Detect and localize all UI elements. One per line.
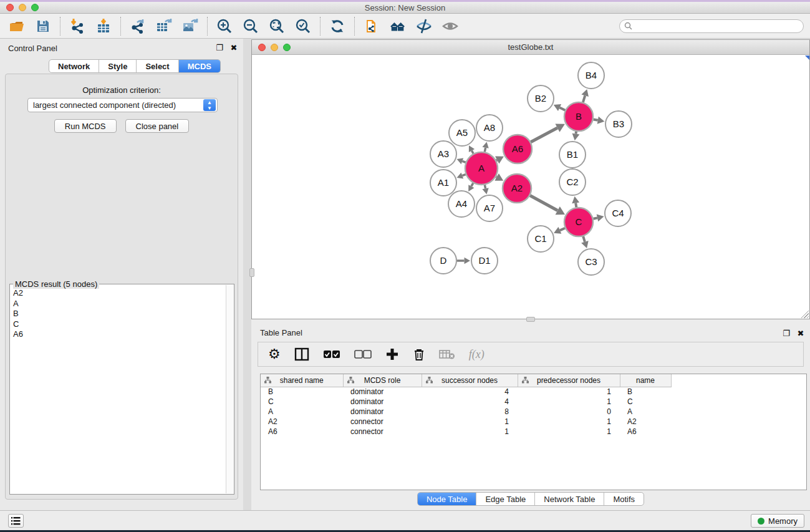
float-table-panel-icon[interactable]: ❐ bbox=[782, 329, 791, 338]
tab-network[interactable]: Network bbox=[49, 60, 99, 72]
graph-edge-B-B2[interactable] bbox=[560, 108, 566, 110]
graph-node-A5[interactable]: A5 bbox=[449, 120, 475, 146]
memory-button[interactable]: Memory bbox=[751, 514, 804, 528]
graph-node-C[interactable]: C bbox=[564, 208, 593, 236]
criterion-dropdown[interactable]: largest connected component (directed) ▲… bbox=[27, 98, 218, 112]
graph-node-A7[interactable]: A7 bbox=[476, 195, 503, 221]
column-header-shared-name[interactable]: shared name bbox=[261, 374, 343, 387]
graph-node-C4[interactable]: C4 bbox=[605, 200, 631, 226]
graph-node-D[interactable]: D bbox=[430, 248, 456, 274]
mcds-result-item[interactable]: B bbox=[13, 309, 226, 319]
graph-edge-A-A7[interactable] bbox=[485, 185, 485, 188]
column-header-name[interactable]: name bbox=[620, 374, 671, 387]
close-table-panel-icon[interactable]: ✖ bbox=[796, 329, 805, 338]
new-network-from-selection-icon[interactable] bbox=[363, 17, 380, 35]
import-table-icon[interactable] bbox=[95, 17, 112, 35]
mcds-result-scrollbar[interactable] bbox=[226, 285, 233, 493]
tab-network-table[interactable]: Network Table bbox=[535, 493, 604, 505]
table-row[interactable]: Bdominator41B bbox=[261, 387, 807, 397]
graph-node-A3[interactable]: A3 bbox=[430, 141, 456, 167]
graph-node-B1[interactable]: B1 bbox=[559, 142, 586, 168]
graph-node-B4[interactable]: B4 bbox=[578, 62, 604, 89]
graph-node-A1[interactable]: A1 bbox=[430, 170, 456, 196]
column-header-mcds-role[interactable]: MCDS role bbox=[343, 374, 422, 387]
tab-style[interactable]: Style bbox=[99, 60, 137, 72]
column-settings-icon[interactable]: ⚙ bbox=[268, 346, 281, 362]
mcds-result-item[interactable]: A6 bbox=[13, 329, 226, 340]
graph-edge-A6-B[interactable] bbox=[531, 128, 557, 142]
refresh-view-icon[interactable] bbox=[329, 17, 346, 35]
open-session-icon[interactable] bbox=[8, 17, 26, 35]
graph-node-C2[interactable]: C2 bbox=[559, 169, 586, 195]
resize-grip-icon[interactable] bbox=[801, 311, 809, 318]
task-history-button[interactable] bbox=[8, 514, 24, 528]
mcds-result-item[interactable]: A2 bbox=[13, 288, 226, 299]
zoom-in-icon[interactable] bbox=[216, 17, 233, 35]
tab-mcds[interactable]: MCDS bbox=[179, 60, 220, 72]
search-input[interactable] bbox=[634, 22, 803, 31]
network-window-titlebar[interactable]: testGlobe.txt bbox=[252, 40, 809, 55]
close-panel-icon[interactable]: ✖ bbox=[229, 43, 238, 52]
select-all-columns-icon[interactable] bbox=[323, 349, 340, 360]
hide-panels-icon[interactable] bbox=[415, 17, 433, 35]
graph-node-A2[interactable]: A2 bbox=[503, 174, 531, 203]
import-network-icon[interactable] bbox=[69, 17, 86, 35]
column-header-successor-nodes[interactable]: successor nodes bbox=[422, 374, 518, 387]
graph-edge-B-B3[interactable] bbox=[594, 119, 598, 120]
mcds-result-item[interactable]: A bbox=[13, 299, 226, 309]
network-graph[interactable]: B4B2BB3A8A5A6A3B1AA1C2A2A4A7C4CC1C3DD1 bbox=[252, 56, 809, 319]
graph-edge-B-B1[interactable] bbox=[576, 132, 576, 134]
graph-edge-A-A8[interactable] bbox=[485, 148, 485, 152]
float-panel-icon[interactable]: ❐ bbox=[215, 43, 224, 52]
graph-edge-A2-C[interactable] bbox=[530, 195, 557, 210]
graph-node-D1[interactable]: D1 bbox=[471, 248, 498, 274]
save-session-icon[interactable] bbox=[34, 17, 52, 35]
zoom-fit-icon[interactable] bbox=[268, 17, 286, 35]
graph-node-B3[interactable]: B3 bbox=[605, 111, 632, 137]
add-column-icon[interactable] bbox=[385, 347, 399, 361]
column-header-predecessor-nodes[interactable]: predecessor nodes bbox=[518, 374, 620, 387]
cybrowser-home-icon[interactable] bbox=[389, 17, 407, 35]
graph-edge-C-C2[interactable] bbox=[576, 203, 576, 207]
graph-node-C1[interactable]: C1 bbox=[528, 226, 554, 252]
unselect-all-columns-icon[interactable] bbox=[354, 349, 372, 360]
run-mcds-button[interactable]: Run MCDS bbox=[54, 119, 117, 133]
toolbar-search-field[interactable] bbox=[619, 19, 804, 33]
horizontal-divider-handle[interactable] bbox=[526, 317, 535, 322]
graph-edge-A-A1[interactable] bbox=[462, 175, 465, 176]
table-row[interactable]: Cdominator41C bbox=[261, 397, 807, 407]
graph-node-A6[interactable]: A6 bbox=[503, 135, 532, 163]
graph-node-C3[interactable]: C3 bbox=[578, 249, 604, 275]
tab-node-table[interactable]: Node Table bbox=[418, 493, 477, 505]
export-image-icon[interactable] bbox=[181, 17, 199, 35]
vertical-divider-handle[interactable] bbox=[249, 268, 254, 277]
table-row[interactable]: A2connector11A2 bbox=[261, 417, 807, 427]
graph-edge-A-A5[interactable] bbox=[472, 151, 474, 154]
network-canvas[interactable]: B4B2BB3A8A5A6A3B1AA1C2A2A4A7C4CC1C3DD1 bbox=[252, 56, 809, 319]
mcds-result-list[interactable]: A2ABCA6 bbox=[10, 285, 226, 494]
table-row[interactable]: A6connector11A6 bbox=[261, 427, 807, 437]
tab-select[interactable]: Select bbox=[137, 60, 178, 72]
show-column-selector-icon[interactable] bbox=[294, 347, 309, 361]
graph-node-A4[interactable]: A4 bbox=[448, 191, 475, 217]
graph-node-A8[interactable]: A8 bbox=[476, 115, 503, 141]
mcds-result-item[interactable]: C bbox=[13, 319, 226, 330]
export-table-icon[interactable] bbox=[155, 17, 173, 35]
show-panels-icon[interactable] bbox=[441, 17, 459, 35]
zoom-out-icon[interactable] bbox=[242, 17, 259, 35]
graph-edge-A-A4[interactable] bbox=[471, 183, 473, 186]
graph-edge-B-B4[interactable] bbox=[583, 95, 585, 102]
tab-motifs[interactable]: Motifs bbox=[604, 493, 644, 505]
delete-column-icon[interactable] bbox=[413, 347, 425, 361]
graph-edge-C-C3[interactable] bbox=[583, 236, 585, 242]
graph-edge-C-C1[interactable] bbox=[560, 228, 565, 231]
zoom-selected-icon[interactable] bbox=[294, 17, 312, 35]
graph-edge-C-C4[interactable] bbox=[593, 218, 597, 218]
export-network-icon[interactable] bbox=[129, 17, 147, 35]
graph-edge-A-A3[interactable] bbox=[462, 161, 465, 162]
graph-node-A[interactable]: A bbox=[465, 152, 498, 185]
close-panel-button[interactable]: Close panel bbox=[125, 119, 190, 133]
graph-node-B2[interactable]: B2 bbox=[528, 85, 554, 112]
graph-node-B[interactable]: B bbox=[564, 102, 593, 131]
table-row[interactable]: Adominator80A bbox=[261, 407, 807, 417]
